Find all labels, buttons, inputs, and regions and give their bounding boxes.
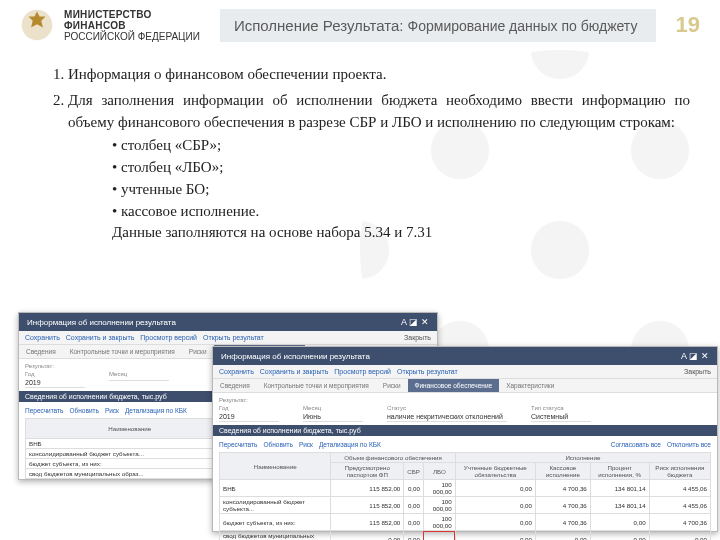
recalc-button[interactable]: Пересчитать xyxy=(219,441,257,448)
status-type-field: Системный xyxy=(531,412,591,422)
month-field[interactable] xyxy=(109,378,169,381)
app-window-front: Информация об исполнении результата А ◪ … xyxy=(212,346,718,532)
ministry-name: МИНИСТЕРСТВОФИНАНСОВРОССИЙСКОЙ ФЕДЕРАЦИИ xyxy=(64,9,200,42)
slide-body: Информация о финансовом обеспечении прое… xyxy=(0,50,720,244)
bullet: учтенные БО; xyxy=(112,179,690,201)
list-item: Информация о финансовом обеспечении прое… xyxy=(68,64,690,86)
table-row: бюджет субъекта, из них:115 852,000,0010… xyxy=(220,514,711,531)
window-controls: А ◪ ✕ xyxy=(401,317,429,327)
versions-button[interactable]: Просмотр версий xyxy=(334,368,391,375)
open-result-button[interactable]: Открыть результат xyxy=(203,334,264,341)
result-label: Результат: xyxy=(219,397,711,403)
window-titlebar: Информация об исполнении результата А ◪ … xyxy=(19,313,437,331)
bullet: столбец «СБР»; xyxy=(112,135,690,157)
window-titlebar: Информация об исполнении результата А ◪ … xyxy=(213,347,717,365)
bullet: кассовое исполнение. xyxy=(112,201,690,223)
close-button[interactable]: Закрыть xyxy=(684,368,711,375)
tab-finance[interactable]: Финансовое обеспечение xyxy=(408,379,500,392)
toolbar: Сохранить Сохранить и закрыть Просмотр в… xyxy=(19,331,437,345)
tab-milestones[interactable]: Контрольные точки и мероприятия xyxy=(63,345,182,358)
detail-button[interactable]: Детализация по КБК xyxy=(319,441,381,448)
risk-button[interactable]: Риск xyxy=(105,407,119,414)
tab-info[interactable]: Сведения xyxy=(213,379,257,392)
bullet: столбец «ЛБО»; xyxy=(112,157,690,179)
tab-info[interactable]: Сведения xyxy=(19,345,63,358)
section-header: Сведения об исполнении бюджета, тыс.руб xyxy=(213,425,717,436)
refresh-button[interactable]: Обновить xyxy=(263,441,292,448)
save-button[interactable]: Сохранить xyxy=(25,334,60,341)
budget-table-detailed: Наименование Объем финансового обеспечен… xyxy=(219,452,711,540)
lbo-input-cell[interactable] xyxy=(423,531,455,541)
refresh-button[interactable]: Обновить xyxy=(69,407,98,414)
note-text: Данные заполняются на основе набора 5.34… xyxy=(68,222,690,244)
save-button[interactable]: Сохранить xyxy=(219,368,254,375)
close-button[interactable]: Закрыть xyxy=(404,334,431,341)
month-field[interactable]: Июнь xyxy=(303,412,363,422)
tabs: Сведения Контрольные точки и мероприятия… xyxy=(213,379,717,393)
open-result-button[interactable]: Открыть результат xyxy=(397,368,458,375)
slide-header: МИНИСТЕРСТВОФИНАНСОВРОССИЙСКОЙ ФЕДЕРАЦИИ… xyxy=(0,0,720,50)
status-field: наличие некритических отклонений xyxy=(387,412,507,422)
save-close-button[interactable]: Сохранить и закрыть xyxy=(66,334,135,341)
table-row: свод бюджетов муниципальных образований,… xyxy=(220,531,711,541)
tab-risks[interactable]: Риски xyxy=(182,345,214,358)
reject-all-button[interactable]: Отклонить все xyxy=(667,441,711,448)
versions-button[interactable]: Просмотр версий xyxy=(140,334,197,341)
window-controls: А ◪ ✕ xyxy=(681,351,709,361)
save-close-button[interactable]: Сохранить и закрыть xyxy=(260,368,329,375)
tab-milestones[interactable]: Контрольные точки и мероприятия xyxy=(257,379,376,392)
detail-button[interactable]: Детализация по КБК xyxy=(125,407,187,414)
year-field[interactable]: 2019 xyxy=(25,378,85,388)
ministry-emblem-icon xyxy=(20,8,54,42)
list-item: Для заполнения информации об исполнении … xyxy=(68,90,690,244)
tab-risks[interactable]: Риски xyxy=(376,379,408,392)
slide-title: Исполнение Результата: Формирование данн… xyxy=(220,9,656,42)
table-row: консолидированный бюджет субъекта...115 … xyxy=(220,497,711,514)
toolbar: Сохранить Сохранить и закрыть Просмотр в… xyxy=(213,365,717,379)
table-row: ВНБ115 852,000,00100 000,000,004 700,361… xyxy=(220,480,711,497)
page-number: 19 xyxy=(676,12,700,38)
year-field[interactable]: 2019 xyxy=(219,412,279,422)
approve-all-button[interactable]: Согласовать все xyxy=(611,441,661,448)
risk-button[interactable]: Риск xyxy=(299,441,313,448)
tab-chars[interactable]: Характеристики xyxy=(499,379,561,392)
screenshots-area: Информация об исполнении результата А ◪ … xyxy=(18,312,702,532)
recalc-button[interactable]: Пересчитать xyxy=(25,407,63,414)
